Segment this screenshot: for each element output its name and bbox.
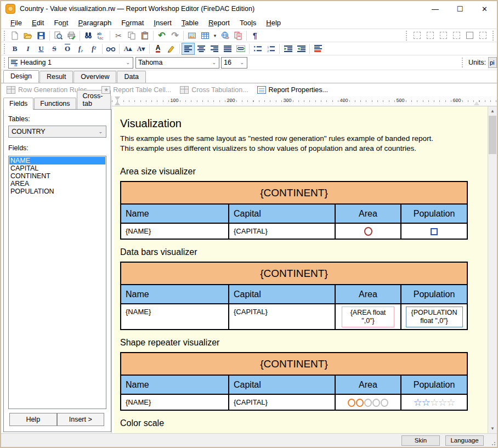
close-button[interactable]: ✕	[472, 1, 497, 16]
new-document-button[interactable]	[8, 30, 21, 42]
data-cell-area-visualizer[interactable]: {AREA float ",0"}	[335, 304, 401, 330]
data-cell-area-visualizer[interactable]	[335, 223, 401, 239]
replace-button[interactable]: abac	[95, 30, 108, 42]
section-heading-shape-repeater[interactable]: Shape repeater visualizer	[120, 337, 480, 348]
data-cell-population-visualizer[interactable]: {POPULATION float ",0"}	[401, 304, 467, 330]
toolbar-grip[interactable]	[4, 31, 7, 41]
list-item-continent[interactable]: CONTINENT	[9, 172, 105, 180]
header-cell-name[interactable]: Name	[121, 375, 229, 394]
shrink-font-button[interactable]: A▾	[134, 43, 148, 55]
section-heading-area-size[interactable]: Area size visualizer	[120, 166, 480, 177]
scrollbar-thumb[interactable]	[489, 116, 496, 154]
data-cell-population-visualizer[interactable]	[401, 223, 467, 239]
header-cell-name[interactable]: Name	[121, 204, 229, 223]
toolbar-grip[interactable]	[462, 58, 465, 67]
report-table-cell-button[interactable]: ★ Report Table Cell...	[99, 85, 177, 95]
strikethrough-button[interactable]: S	[48, 43, 61, 55]
report-page[interactable]: Visualization This example uses the same…	[114, 106, 488, 433]
print-button[interactable]	[65, 30, 78, 42]
copy-button[interactable]	[125, 30, 138, 42]
bullet-list-button[interactable]	[251, 43, 264, 55]
skin-button[interactable]: Skin	[401, 435, 440, 446]
border-preset-1-button[interactable]	[410, 30, 423, 42]
print-preview-button[interactable]	[52, 30, 65, 42]
header-cell-population[interactable]: Population	[401, 204, 467, 223]
pilcrow-button[interactable]: ¶	[248, 30, 262, 42]
italic-button[interactable]: I	[21, 43, 35, 55]
list-item-population[interactable]: POPULATION	[9, 188, 105, 195]
tables-combobox[interactable]: COUNTRY ⌄	[8, 126, 106, 138]
hyperlink-button[interactable]	[218, 30, 231, 42]
help-button[interactable]: Help	[9, 413, 57, 426]
menu-edit[interactable]: Edit	[27, 18, 49, 28]
document-intro[interactable]: This example uses the same layout as "ne…	[120, 134, 480, 153]
list-item-capital[interactable]: CAPITAL	[9, 165, 105, 172]
increase-indent-button[interactable]	[295, 43, 308, 55]
data-cell-name[interactable]: {NAME}	[121, 223, 229, 239]
header-cell-population[interactable]: Population	[401, 375, 467, 394]
align-justify-button[interactable]	[221, 43, 234, 55]
header-cell-population[interactable]: Population	[401, 285, 467, 304]
data-cell-name[interactable]: {NAME}	[121, 394, 229, 410]
tab-overview[interactable]: Overview	[73, 71, 116, 83]
paste-button[interactable]	[138, 30, 151, 42]
open-button[interactable]	[21, 30, 35, 42]
fit-width-button[interactable]	[234, 43, 247, 55]
document-title[interactable]: Visualization	[120, 116, 480, 131]
paragraph-style-combobox[interactable]: a Heading 1 ⌄	[8, 57, 133, 69]
menu-help[interactable]: Help	[261, 18, 286, 28]
align-left-button[interactable]	[182, 43, 195, 55]
continent-banner-cell[interactable]: {CONTINENT}	[121, 262, 467, 285]
menu-table[interactable]: Table	[177, 18, 203, 28]
tab-functions[interactable]: Functions	[34, 98, 76, 110]
grow-font-button[interactable]: A▴	[121, 43, 134, 55]
toolbar-grip[interactable]	[4, 44, 7, 54]
list-item-name[interactable]: NAME	[9, 157, 105, 165]
align-right-button[interactable]	[208, 43, 221, 55]
continent-banner-cell[interactable]: {CONTINENT}	[121, 182, 467, 204]
insert-image-button[interactable]	[185, 30, 199, 42]
header-cell-area[interactable]: Area	[335, 204, 401, 223]
insert-frame-button[interactable]	[231, 30, 245, 42]
menu-file[interactable]: File	[5, 18, 27, 28]
data-cell-capital[interactable]: {CAPITAL}	[229, 394, 335, 410]
align-center-button[interactable]	[195, 43, 208, 55]
tab-data[interactable]: Data	[117, 71, 145, 83]
toolbar-grip[interactable]	[406, 31, 409, 41]
border-preset-5-button[interactable]	[463, 30, 476, 42]
header-cell-name[interactable]: Name	[121, 285, 229, 304]
border-preset-2-button[interactable]	[423, 30, 437, 42]
menu-format[interactable]: Format	[116, 18, 149, 28]
scroll-up-arrow[interactable]: ▲	[488, 106, 497, 116]
underline-button[interactable]: U	[35, 43, 48, 55]
numbered-list-button[interactable]: 12	[264, 43, 278, 55]
undo-button[interactable]: ↶	[155, 30, 168, 42]
header-cell-capital[interactable]: Capital	[229, 204, 335, 223]
save-button[interactable]	[35, 30, 48, 42]
toolbar-grip[interactable]	[493, 31, 495, 41]
menu-font[interactable]: Font	[49, 18, 73, 28]
insert-table-button[interactable]	[199, 30, 212, 42]
tab-fields[interactable]: Fields	[3, 98, 33, 110]
font-color-button[interactable]: A	[151, 43, 165, 55]
toolbar-grip[interactable]	[4, 58, 7, 67]
resize-grip[interactable]	[490, 440, 496, 446]
font-name-combobox[interactable]: Tahoma ⌄	[135, 57, 219, 69]
paragraph-shading-button[interactable]	[312, 43, 325, 55]
border-preset-4-button[interactable]	[450, 30, 463, 42]
menu-paragraph[interactable]: Paragraph	[73, 18, 116, 28]
minimize-button[interactable]: —	[423, 1, 448, 16]
data-cell-capital[interactable]: {CAPITAL}	[229, 304, 335, 330]
header-cell-capital[interactable]: Capital	[229, 285, 335, 304]
menu-tools[interactable]: Tools	[235, 18, 261, 28]
decrease-indent-button[interactable]	[281, 43, 295, 55]
header-cell-capital[interactable]: Capital	[229, 375, 335, 394]
cross-tabulation-button[interactable]: Cross Tabulation...	[178, 85, 253, 95]
find-button[interactable]	[82, 30, 95, 42]
maximize-button[interactable]: ☐	[448, 1, 472, 16]
header-cell-area[interactable]: Area	[335, 285, 401, 304]
list-item-area[interactable]: AREA	[9, 180, 105, 188]
scroll-down-arrow[interactable]: ▼	[488, 424, 497, 433]
scrollbar-track[interactable]	[488, 116, 497, 424]
header-cell-area[interactable]: Area	[335, 375, 401, 394]
